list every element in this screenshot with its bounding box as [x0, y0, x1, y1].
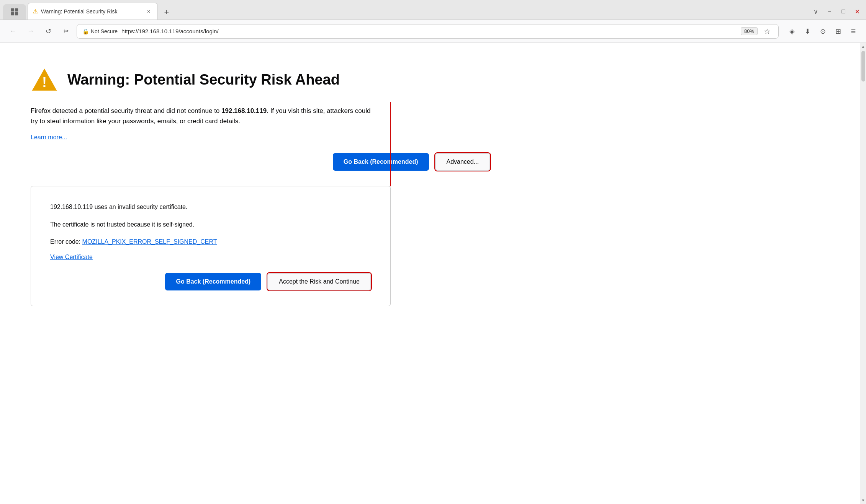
nav-bar: ← → ↺ ✂ 🔒 Not Secure https://192.168.10.… — [0, 20, 866, 43]
menu-button[interactable]: ≡ — [847, 25, 860, 38]
back-button[interactable]: ← — [6, 24, 20, 38]
go-back-recommended-button[interactable]: Go Back (Recommended) — [333, 153, 429, 171]
advanced-line2: The certificate is not trusted because i… — [50, 219, 371, 230]
tab-grid-icon — [10, 8, 19, 16]
svg-rect-3 — [15, 12, 18, 15]
advanced-button-row: Go Back (Recommended) Accept the Risk an… — [50, 273, 371, 290]
error-code-link[interactable]: MOZILLA_PKIX_ERROR_SELF_SIGNED_CERT — [82, 238, 217, 245]
chevron-down-button[interactable]: ∨ — [810, 6, 822, 17]
advanced-button[interactable]: Advanced... — [435, 153, 491, 171]
red-connector-line — [390, 102, 391, 186]
warning-triangle-icon: ! — [31, 66, 58, 93]
svg-rect-2 — [11, 12, 14, 15]
advanced-line1: 192.168.10.119 uses an invalid security … — [50, 202, 371, 212]
go-back-recommended-button-2[interactable]: Go Back (Recommended) — [165, 273, 261, 290]
download-button[interactable]: ⬇ — [801, 25, 814, 38]
page-title: Warning: Potential Security Risk Ahead — [67, 72, 340, 88]
warning-description: Firefox detected a potential security th… — [31, 106, 375, 126]
tab-title: Warning: Potential Security Risk — [41, 8, 141, 15]
lock-icon: 🔒 — [82, 28, 89, 34]
accept-risk-button[interactable]: Accept the Risk and Continue — [267, 273, 371, 290]
warning-header: ! Warning: Potential Security Risk Ahead — [31, 66, 823, 93]
tab-inactive-square[interactable] — [3, 4, 26, 20]
close-button[interactable]: × — [851, 6, 863, 17]
advanced-error-line: Error code: MOZILLA_PKIX_ERROR_SELF_SIGN… — [50, 237, 371, 247]
zoom-level[interactable]: 80% — [741, 27, 758, 35]
reload-button[interactable]: ↺ — [41, 24, 55, 38]
new-tab-button[interactable]: + — [159, 5, 174, 20]
extensions-button[interactable]: ⊞ — [832, 25, 845, 38]
desc-before-bold: Firefox detected a potential security th… — [31, 107, 221, 114]
tab-close-button[interactable]: × — [144, 7, 153, 16]
pocket-button[interactable]: ◈ — [786, 25, 799, 38]
screenshot-button[interactable]: ✂ — [59, 24, 73, 38]
view-certificate-link[interactable]: View Certificate — [50, 254, 371, 261]
not-secure-label: Not Secure — [91, 28, 118, 34]
scrollbar-track: ▲ ▼ — [860, 43, 866, 504]
advanced-panel: 192.168.10.119 uses an invalid security … — [31, 186, 391, 306]
toolbar-icons: ◈ ⬇ ⊙ ⊞ ≡ — [786, 25, 860, 38]
svg-rect-1 — [15, 8, 18, 11]
top-button-row: Go Back (Recommended) Advanced... — [31, 153, 490, 171]
address-bar[interactable]: 🔒 Not Secure https://192.168.10.119/acco… — [77, 24, 779, 39]
maximize-button[interactable]: □ — [838, 6, 849, 17]
scrollbar-thumb[interactable] — [861, 51, 865, 82]
svg-rect-0 — [11, 8, 14, 11]
desc-bold-host: 192.168.10.119 — [221, 107, 267, 114]
window-controls: ∨ − □ × — [810, 6, 863, 20]
active-tab[interactable]: ⚠ Warning: Potential Security Risk × — [28, 3, 158, 20]
browser-window: ⚠ Warning: Potential Security Risk × + ∨… — [0, 0, 866, 504]
forward-button[interactable]: → — [24, 24, 38, 38]
tab-warning-icon: ⚠ — [33, 8, 38, 15]
learn-more-link[interactable]: Learn more... — [31, 134, 67, 141]
tab-bar: ⚠ Warning: Potential Security Risk × + ∨… — [0, 0, 866, 20]
bookmark-button[interactable]: ☆ — [761, 26, 773, 37]
page-content: ! Warning: Potential Security Risk Ahead… — [0, 43, 860, 504]
minimize-button[interactable]: − — [824, 6, 835, 17]
scroll-up-arrow[interactable]: ▲ — [861, 44, 865, 49]
warning-body: Firefox detected a potential security th… — [31, 106, 375, 153]
profile-button[interactable]: ⊙ — [816, 25, 829, 38]
url-display: https://192.168.10.119/accounts/login/ — [121, 28, 737, 34]
svg-text:!: ! — [42, 75, 47, 90]
scroll-down-arrow[interactable]: ▼ — [861, 498, 865, 502]
not-secure-indicator: 🔒 Not Secure — [82, 28, 118, 34]
error-prefix: Error code: — [50, 238, 82, 245]
